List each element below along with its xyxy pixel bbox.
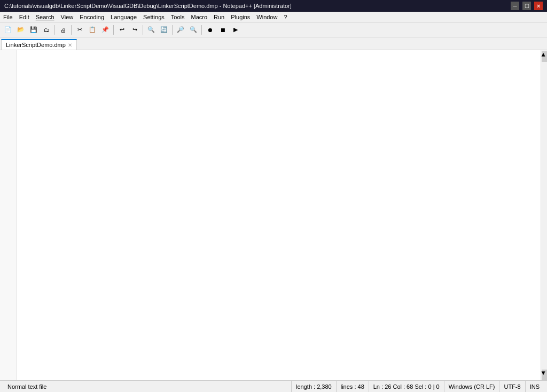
- macro-record-button[interactable]: ⏺: [204, 24, 216, 36]
- menu-run[interactable]: Run: [210, 13, 228, 21]
- menu-plugins[interactable]: Plugins: [228, 13, 253, 21]
- sep1: [54, 25, 55, 35]
- undo-button[interactable]: ↩: [116, 24, 128, 36]
- menu-language[interactable]: Language: [107, 13, 140, 21]
- status-position: Ln : 26 Col : 68 Sel : 0 | 0: [369, 381, 444, 392]
- status-mode: INS: [526, 381, 544, 392]
- line-numbers: [0, 50, 17, 380]
- status-line-ending: Windows (CR LF): [444, 381, 500, 392]
- tab-close-icon[interactable]: ✕: [68, 42, 72, 48]
- save-all-button[interactable]: 🗂: [41, 24, 52, 36]
- close-button[interactable]: ✕: [534, 2, 543, 10]
- sep5: [172, 25, 173, 35]
- print-button[interactable]: 🖨: [57, 24, 69, 36]
- paste-button[interactable]: 📌: [99, 24, 111, 36]
- zoom-out-button[interactable]: 🔍: [187, 24, 199, 36]
- sep4: [143, 25, 143, 35]
- status-encoding: UTF-8: [499, 381, 525, 392]
- menu-window[interactable]: Window: [253, 13, 280, 21]
- find-button[interactable]: 🔍: [145, 24, 157, 36]
- zoom-in-button[interactable]: 🔎: [175, 24, 186, 36]
- new-button[interactable]: 📄: [2, 24, 14, 36]
- sep3: [113, 25, 114, 35]
- cut-button[interactable]: ✂: [74, 24, 85, 36]
- editor-container: ▲ ▼: [0, 50, 547, 380]
- code-area[interactable]: [17, 50, 541, 380]
- menu-tools[interactable]: Tools: [168, 13, 188, 21]
- macro-play-button[interactable]: ▶: [230, 24, 241, 36]
- copy-button[interactable]: 📋: [87, 24, 98, 36]
- toolbar: 📄 📂 💾 🗂 🖨 ✂ 📋 📌 ↩ ↪ 🔍 🔄 🔎 🔍 ⏺ ⏹ ▶: [0, 22, 547, 37]
- menu-macro[interactable]: Macro: [187, 13, 210, 21]
- menu-settings[interactable]: Settings: [140, 13, 168, 21]
- tab-label: LinkerScriptDemo.dmp: [6, 42, 66, 48]
- scrollbar-down[interactable]: ▼: [542, 370, 547, 380]
- scrollbar-track[interactable]: [542, 62, 547, 370]
- scrollbar-up[interactable]: ▲: [542, 51, 547, 62]
- title-bar-controls: ─ ☐ ✕: [511, 2, 543, 10]
- save-button[interactable]: 💾: [28, 24, 40, 36]
- menu-search[interactable]: Search: [33, 13, 58, 21]
- minimize-button[interactable]: ─: [511, 2, 519, 10]
- maximize-button[interactable]: ☐: [522, 2, 531, 10]
- menu-view[interactable]: View: [58, 13, 77, 21]
- tab-linkerscriptdemo[interactable]: LinkerScriptDemo.dmp ✕: [1, 39, 77, 50]
- status-file-type: Normal text file: [3, 381, 292, 392]
- status-length: length : 2,380: [292, 381, 337, 392]
- open-button[interactable]: 📂: [15, 24, 27, 36]
- scrollbar[interactable]: ▲ ▼: [541, 50, 547, 380]
- menu-file[interactable]: File: [0, 13, 16, 21]
- menu-edit[interactable]: Edit: [16, 13, 33, 21]
- status-lines: lines : 48: [337, 381, 369, 392]
- title-bar: C:\tutorials\visualgdb\LinkerScriptDemo\…: [0, 0, 547, 12]
- status-bar: Normal text file length : 2,380 lines : …: [0, 380, 547, 392]
- menu-encoding[interactable]: Encoding: [76, 13, 107, 21]
- redo-button[interactable]: ↪: [129, 24, 140, 36]
- tab-bar: LinkerScriptDemo.dmp ✕: [0, 37, 547, 50]
- macro-stop-button[interactable]: ⏹: [217, 24, 229, 36]
- menu-bar: File Edit Search View Encoding Language …: [0, 12, 547, 22]
- sep6: [201, 25, 202, 35]
- menu-help[interactable]: ?: [280, 13, 290, 21]
- sep2: [71, 25, 72, 35]
- title-text: C:\tutorials\visualgdb\LinkerScriptDemo\…: [4, 3, 292, 9]
- replace-button[interactable]: 🔄: [158, 24, 170, 36]
